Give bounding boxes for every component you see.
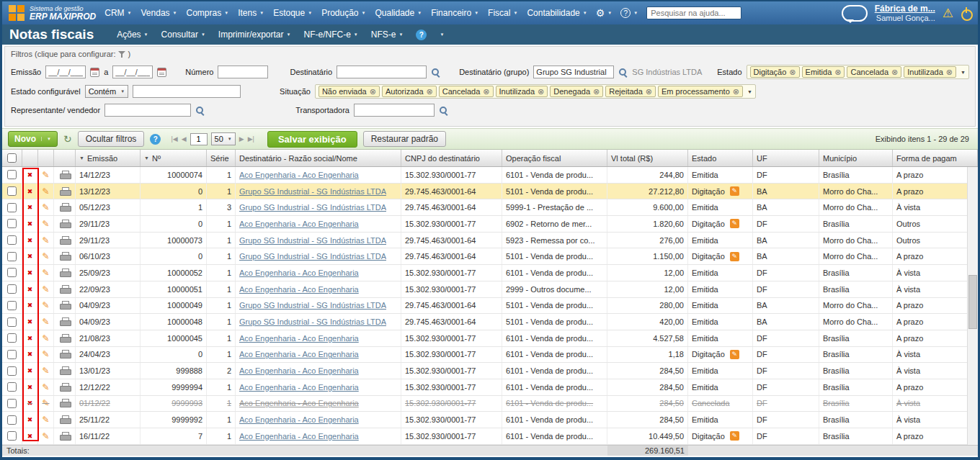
row-checkbox[interactable] [7,415,17,425]
remove-icon[interactable]: ⊗ [646,88,652,96]
estado-chip-emitida[interactable]: Emitida⊗ [802,66,845,78]
delete-icon[interactable]: ✖ [27,188,33,195]
row-checkbox[interactable] [7,317,17,327]
topbar-menu-producao[interactable]: Produção▼ [321,8,365,18]
delete-icon[interactable]: ✖ [27,433,33,440]
remove-icon[interactable]: ⊗ [538,88,544,96]
print-icon[interactable] [60,350,70,358]
remove-icon[interactable]: ⊗ [483,88,489,96]
calendar-icon[interactable] [157,68,166,77]
topbar-menu-financeiro[interactable]: Financeiro▼ [431,8,478,18]
estado-chipbox[interactable]: Digitação⊗Emitida⊗Cancelada⊗Inutilizada⊗… [747,65,970,79]
topbar-menu-vendas[interactable]: Vendas▼ [141,8,177,18]
table-row[interactable]: ✖✎01/12/2299999931Aco Engenharia - Aco E… [2,396,978,412]
situacao-chip-em-processamento[interactable]: Em processamento⊗ [658,86,743,97]
search-icon[interactable] [195,106,205,115]
print-icon[interactable] [60,203,70,212]
column-header-forma-de-pagam[interactable]: Forma de pagam [893,150,978,166]
print-icon[interactable] [60,334,70,343]
estado-chip-inutilizada[interactable]: Inutilizada⊗ [904,66,956,78]
edit-icon[interactable]: ✎ [42,268,49,278]
column-header-serie[interactable]: Série [207,150,236,166]
settings-menu[interactable]: ⚙▼ [596,8,612,18]
help-icon[interactable]: ? [150,134,161,145]
destinatario-link[interactable]: Grupo SG Industrial - SG Indústrias LTDA [239,203,386,212]
pagebar-menu-imprimir-exportar[interactable]: Imprimir/exportar▼ [218,30,291,40]
column-header-n[interactable]: ▼Nº [141,150,207,166]
remove-icon[interactable]: ⊗ [733,88,739,96]
column-header-cnpj-do-destinatario[interactable]: CNPJ do destinatário [401,150,502,166]
row-checkbox[interactable] [7,170,17,179]
column-header-operacao-fiscal[interactable]: Operação fiscal [502,150,607,166]
topbar-menu-compras[interactable]: Compras▼ [187,8,229,18]
destinatario-link[interactable]: Aco Engenharia - Aco Engenharia [239,334,359,343]
column-header-estado[interactable]: Estado [688,150,753,166]
pagebar-menu-nf-e-nfc-e[interactable]: NF-e/NFC-e▼ [304,30,358,40]
first-page-icon[interactable]: |◀ [171,135,177,143]
topbar-menu-itens[interactable]: Itens▼ [238,8,264,18]
sort-arrow-icon[interactable]: ▼ [144,155,149,161]
topbar-menu-crm[interactable]: CRM▼ [104,8,131,18]
delete-icon[interactable]: ✖ [27,302,33,309]
restaurar-padrao-button[interactable]: Restaurar padrão [363,131,446,147]
column-header-destinatario-razao-social-nome[interactable]: Destinatário - Razão social/Nome [236,150,401,166]
edit-icon[interactable]: ✎ [42,251,49,261]
print-icon[interactable] [60,399,70,407]
table-row[interactable]: ✖✎05/12/2313Grupo SG Industrial - SG Ind… [2,199,978,216]
column-header-vl-total-r[interactable]: Vl total (R$) [607,150,688,166]
pagebar-menu-nfs-e[interactable]: NFS-e▼ [371,30,404,40]
table-row[interactable]: ✖✎29/11/23100000731Grupo SG Industrial -… [2,233,978,249]
situacao-chip-cancelada[interactable]: Cancelada⊗ [439,86,494,97]
table-row[interactable]: ✖✎12/12/2299999941Aco Engenharia - Aco E… [2,379,978,396]
remove-icon[interactable]: ⊗ [789,68,796,76]
destinatario-grupo-input[interactable] [533,66,614,78]
print-icon[interactable] [60,269,70,277]
chat-icon[interactable] [842,5,868,22]
estado-edit-icon[interactable]: ✎ [730,350,739,359]
row-checkbox[interactable] [7,284,17,294]
row-checkbox[interactable] [7,203,17,212]
vertical-scrollbar[interactable] [967,167,978,445]
table-row[interactable]: ✖✎24/04/2301Aco Engenharia - Aco Engenha… [2,347,978,364]
print-icon[interactable] [60,366,70,375]
row-checkbox[interactable] [7,382,17,392]
last-page-icon[interactable]: ▶| [248,135,254,143]
topbar-menu-qualidade[interactable]: Qualidade▼ [375,8,422,18]
remove-icon[interactable]: ⊗ [891,68,898,76]
edit-icon[interactable]: ✎ [42,235,49,245]
delete-icon[interactable]: ✖ [27,400,33,407]
ocultar-filtros-button[interactable]: Ocultar filtros [78,131,145,147]
row-checkbox[interactable] [7,366,17,376]
next-page-icon[interactable]: ▶ [239,135,244,143]
novo-button[interactable]: Novo▼ [8,131,58,147]
edit-icon[interactable]: ✎ [42,202,49,212]
table-row[interactable]: ✖✎04/09/23100000491Grupo SG Industrial -… [2,298,978,315]
delete-icon[interactable]: ✖ [27,204,33,211]
delete-icon[interactable]: ✖ [27,318,33,325]
print-icon[interactable] [60,301,70,310]
row-checkbox[interactable] [7,431,17,441]
situacao-chipbox[interactable]: Não enviada⊗Autorizada⊗Cancelada⊗Inutili… [315,84,756,99]
edit-icon[interactable]: ✎ [42,431,49,441]
sort-arrow-icon[interactable]: ▼ [79,155,84,161]
destinatario-link[interactable]: Aco Engenharia - Aco Engenharia [239,220,359,228]
row-checkbox[interactable] [7,235,17,245]
edit-icon[interactable]: ✎ [42,317,49,327]
scrollbar-thumb[interactable] [968,275,977,329]
prev-page-icon[interactable]: ◀ [182,135,187,143]
table-row[interactable]: ✖✎25/11/2299999921Aco Engenharia - Aco E… [2,412,978,428]
brand[interactable]: Sistema de gestão ERP MAXIPROD [8,4,96,22]
table-row[interactable]: ✖✎13/12/2301Grupo SG Industrial - SG Ind… [2,184,978,200]
pagebar-menu-consultar[interactable]: Consultar▼ [161,30,205,40]
estado-chip-cancelada[interactable]: Cancelada⊗ [847,66,901,78]
page-number-input[interactable] [190,133,208,145]
destinatario-link[interactable]: Aco Engenharia - Aco Engenharia [239,171,359,179]
topbar-menu-estoque[interactable]: Estoque▼ [273,8,312,18]
edit-icon[interactable]: ✎ [42,366,49,376]
emissao-to-input[interactable] [112,66,153,78]
numero-input[interactable] [218,66,268,78]
table-row[interactable]: ✖✎16/11/2271Aco Engenharia - Aco Engenha… [2,428,978,445]
table-row[interactable]: ✖✎22/09/23100000511Aco Engenharia - Aco … [2,281,978,298]
estado-configuravel-operator-select[interactable]: Contém ▼ [85,85,128,98]
table-row[interactable]: ✖✎14/12/23100000741Aco Engenharia - Aco … [2,167,978,184]
